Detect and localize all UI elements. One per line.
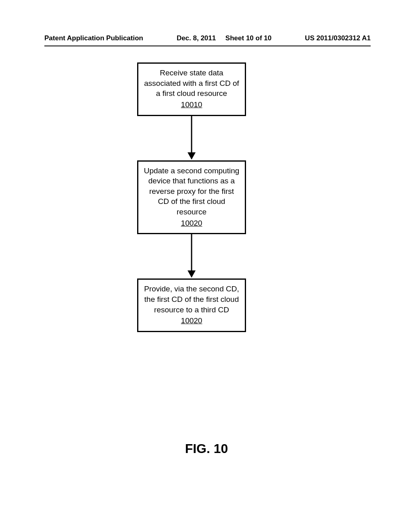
flow-box-2-ref: 10020 bbox=[143, 218, 240, 229]
flow-box-2: Update a second computing device that fu… bbox=[137, 160, 246, 235]
svg-marker-3 bbox=[188, 270, 196, 278]
flowchart: Receive state data associated with a fir… bbox=[137, 62, 246, 332]
header-rule bbox=[44, 46, 371, 46]
sheet-info-group: Dec. 8, 2011 Sheet 10 of 10 bbox=[143, 34, 305, 42]
arrow-2 bbox=[137, 234, 246, 278]
flow-box-3: Provide, via the second CD, the first CD… bbox=[137, 278, 246, 332]
publication-number: US 2011/0302312 A1 bbox=[305, 34, 371, 42]
flow-box-1: Receive state data associated with a fir… bbox=[137, 62, 246, 116]
flow-box-2-text: Update a second computing device that fu… bbox=[144, 166, 240, 216]
flow-box-1-ref: 10010 bbox=[143, 100, 240, 110]
svg-marker-1 bbox=[188, 152, 196, 160]
arrow-down-icon bbox=[186, 116, 198, 160]
flow-box-3-text: Provide, via the second CD, the first CD… bbox=[144, 285, 239, 314]
publication-date: Dec. 8, 2011 bbox=[177, 34, 216, 42]
arrow-down-icon bbox=[186, 234, 198, 278]
sheet-info: Sheet 10 of 10 bbox=[225, 34, 271, 42]
figure-label: FIG. 10 bbox=[0, 441, 413, 456]
arrow-1 bbox=[137, 116, 246, 160]
flow-box-1-text: Receive state data associated with a fir… bbox=[144, 69, 239, 98]
page-header: Patent Application Publication Dec. 8, 2… bbox=[44, 34, 371, 42]
publication-label: Patent Application Publication bbox=[44, 34, 143, 42]
flow-box-3-ref: 10020 bbox=[143, 316, 240, 326]
